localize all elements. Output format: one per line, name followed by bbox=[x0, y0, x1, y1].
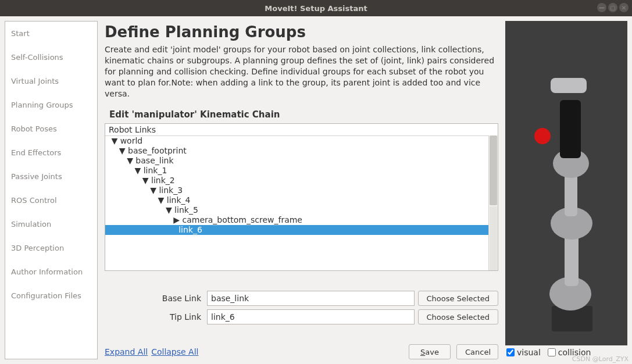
bottom-row: Expand All Collapse All Save Cancel bbox=[105, 344, 498, 359]
choose-tip-button[interactable]: Choose Selected bbox=[418, 309, 498, 324]
robot-link-3 bbox=[560, 100, 581, 158]
tree-row-link_1[interactable]: ▼ link_1 bbox=[105, 166, 498, 176]
tree-body[interactable]: ▼ world ▼ base_footprint ▼ base_link ▼ l… bbox=[105, 136, 498, 270]
scrollbar-track[interactable] bbox=[490, 206, 497, 270]
tree-row-link_5[interactable]: ▼ link_5 bbox=[105, 205, 498, 215]
tree-header[interactable]: Robot Links bbox=[105, 124, 498, 136]
sidebar-item-simulation[interactable]: Simulation bbox=[5, 212, 97, 236]
scrollbar-thumb[interactable] bbox=[490, 135, 497, 205]
tree-row-camera_bottom_screw_frame[interactable]: ▶ camera_bottom_screw_frame bbox=[105, 215, 498, 225]
sidebar-item-planning-groups[interactable]: Planning Groups bbox=[5, 93, 97, 117]
cancel-button[interactable]: Cancel bbox=[456, 344, 498, 359]
page-title: Define Planning Groups bbox=[105, 23, 498, 41]
base-link-input[interactable] bbox=[207, 291, 415, 306]
collapse-all-link[interactable]: Collapse All bbox=[151, 347, 198, 356]
tree-row-link_4[interactable]: ▼ link_4 bbox=[105, 195, 498, 205]
sidebar-item-virtual-joints[interactable]: Virtual Joints bbox=[5, 69, 97, 93]
watermark: CSDN @Lord_ZYX bbox=[572, 355, 629, 363]
tip-link-input[interactable] bbox=[207, 309, 415, 324]
window-controls: — ▢ ✕ bbox=[597, 3, 629, 12]
section-title: Edit 'manipulator' Kinematic Chain bbox=[109, 109, 498, 120]
sidebar-item-robot-poses[interactable]: Robot Poses bbox=[5, 117, 97, 141]
tree-row-base_link[interactable]: ▼ base_link bbox=[105, 156, 498, 166]
visual-checkbox[interactable] bbox=[506, 348, 515, 356]
sidebar-item-ros-control[interactable]: ROS Control bbox=[5, 188, 97, 212]
sidebar-item-start[interactable]: Start bbox=[5, 22, 97, 45]
tip-link-row: Tip Link Choose Selected bbox=[105, 309, 498, 324]
window-title: MoveIt! Setup Assistant bbox=[265, 4, 367, 13]
tree-view[interactable]: Robot Links ▼ world ▼ base_footprint ▼ b… bbox=[105, 123, 498, 271]
base-link-row: Base Link Choose Selected bbox=[105, 291, 498, 306]
tree-row-link_6[interactable]: link_6 bbox=[105, 225, 498, 235]
collision-checkbox[interactable] bbox=[548, 348, 556, 356]
tree-row-base_footprint[interactable]: ▼ base_footprint bbox=[105, 146, 498, 156]
close-icon[interactable]: ✕ bbox=[619, 3, 629, 12]
scrollbar[interactable] bbox=[488, 135, 498, 270]
tree-row-link_3[interactable]: ▼ link_3 bbox=[105, 185, 498, 195]
robot-marker bbox=[534, 128, 551, 144]
tree-row-world[interactable]: ▼ world bbox=[105, 136, 498, 146]
sidebar-item-end-effectors[interactable]: End Effectors bbox=[5, 141, 97, 165]
titlebar: MoveIt! Setup Assistant — ▢ ✕ bbox=[0, 0, 632, 16]
save-button[interactable]: Save bbox=[409, 344, 451, 359]
sidebar-item-configuration-files[interactable]: Configuration Files bbox=[5, 284, 97, 308]
tree-row-link_2[interactable]: ▼ link_2 bbox=[105, 176, 498, 185]
expand-all-link[interactable]: Expand All bbox=[105, 347, 148, 356]
minimize-icon[interactable]: — bbox=[597, 3, 606, 12]
robot-viewport[interactable] bbox=[505, 21, 627, 345]
sidebar-item-passive-joints[interactable]: Passive Joints bbox=[5, 165, 97, 188]
robot-tool bbox=[551, 78, 587, 93]
choose-base-button[interactable]: Choose Selected bbox=[418, 291, 498, 306]
page-description: Create and edit 'joint model' groups for… bbox=[105, 44, 498, 99]
sidebar-item-self-collisions[interactable]: Self-Collisions bbox=[5, 45, 97, 69]
visualization-panel: visual collision bbox=[505, 21, 627, 359]
tip-link-label: Tip Link bbox=[105, 312, 203, 322]
visual-checkbox-label[interactable]: visual bbox=[506, 348, 541, 357]
base-link-label: Base Link bbox=[105, 294, 203, 303]
sidebar-item-3d-perception[interactable]: 3D Perception bbox=[5, 236, 97, 260]
maximize-icon[interactable]: ▢ bbox=[608, 3, 617, 12]
sidebar: StartSelf-CollisionsVirtual JointsPlanni… bbox=[5, 21, 98, 359]
sidebar-item-author-information[interactable]: Author Information bbox=[5, 260, 97, 284]
main-panel: Define Planning Groups Create and edit '… bbox=[102, 21, 501, 359]
